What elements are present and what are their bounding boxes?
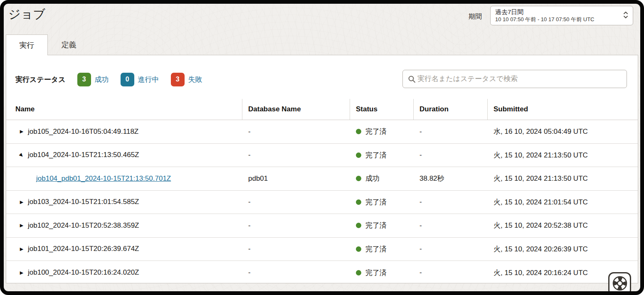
cell-status: 成功 — [350, 167, 414, 190]
app-window: ジョブ 期間 過去7日間 10 10 07:50 午前 - 10 17 07:5… — [0, 0, 644, 295]
tab-executions-label: 実行 — [20, 40, 35, 50]
status-filter-badges: 3成功0進行中3失敗 — [77, 73, 202, 86]
cell-duration: - — [414, 214, 488, 237]
cell-duration: - — [414, 261, 488, 285]
cell-duration: - — [414, 144, 488, 167]
status-filter-link[interactable]: 失敗 — [188, 75, 202, 84]
job-name: job102_2024-10-15T20:52:38.359Z — [28, 221, 139, 230]
cell-status: 完了済 — [350, 214, 414, 237]
column-header-database-name[interactable]: Database Name — [242, 99, 350, 120]
cell-duration: 38.82秒 — [414, 167, 488, 190]
cell-name: job104_pdb01_2024-10-15T21:13:50.701Z — [6, 167, 242, 190]
period-selected-value: 過去7日間 — [495, 8, 621, 16]
cell-name: ▶job104_2024-10-15T21:13:50.465Z — [6, 144, 242, 167]
job-name-link[interactable]: job104_pdb01_2024-10-15T21:13:50.701Z — [36, 175, 171, 183]
column-header-submitted[interactable]: Submitted — [488, 99, 638, 120]
search-icon — [408, 75, 416, 83]
tab-definitions[interactable]: 定義 — [48, 34, 90, 55]
column-header-duration[interactable]: Duration — [414, 99, 488, 120]
period-range: 10 10 07:50 午前 - 10 17 07:50 午前 UTC — [495, 16, 621, 23]
period-select[interactable]: 過去7日間 10 10 07:50 午前 - 10 17 07:50 午前 UT… — [490, 6, 633, 25]
period-label: 期間 — [469, 12, 482, 21]
row-collapse-icon[interactable]: ▶ — [17, 151, 25, 159]
cell-submitted: 火, 15 10, 2024 21:13:50 UTC — [488, 144, 638, 167]
job-name: job104_2024-10-15T21:13:50.465Z — [28, 151, 139, 159]
job-name: job105_2024-10-16T05:04:49.118Z — [28, 128, 138, 136]
status-filter-item: 3成功 — [77, 73, 109, 86]
column-header-name[interactable]: Name — [6, 99, 242, 120]
page-title: ジョブ — [8, 6, 45, 23]
cell-name: ▶job101_2024-10-15T20:26:39.674Z — [6, 238, 242, 261]
status-filter-item: 3失敗 — [171, 73, 202, 86]
status-filter-link[interactable]: 成功 — [95, 75, 109, 84]
cell-status: 完了済 — [350, 120, 414, 143]
cell-submitted: 火, 15 10, 2024 21:13:50 UTC — [488, 167, 638, 190]
cell-duration: - — [414, 191, 488, 214]
cell-submitted: 火, 15 10, 2024 20:26:39 UTC — [488, 238, 638, 261]
status-dot-icon — [356, 246, 361, 252]
status-text: 完了済 — [365, 244, 387, 254]
cell-duration: - — [414, 238, 488, 261]
status-filter-link[interactable]: 進行中 — [138, 75, 159, 84]
status-filter-item: 0進行中 — [121, 73, 159, 86]
cell-submitted: 火, 15 10, 2024 21:01:54 UTC — [488, 191, 638, 214]
cell-name: ▶job100_2024-10-15T20:16:24.020Z — [6, 261, 242, 285]
cell-database-name: - — [242, 238, 350, 261]
status-dot-icon — [356, 199, 361, 205]
status-text: 完了済 — [365, 197, 387, 207]
status-count-badge: 3 — [77, 73, 91, 86]
tab-executions[interactable]: 実行 — [6, 34, 48, 55]
cell-status: 完了済 — [350, 261, 414, 285]
search-box — [402, 70, 627, 88]
job-name: job100_2024-10-15T20:16:24.020Z — [28, 268, 139, 277]
table-row: ▶job104_2024-10-15T21:13:50.465Z-完了済-火, … — [6, 144, 638, 167]
status-text: 完了済 — [365, 268, 387, 278]
job-name: job103_2024-10-15T21:01:54.585Z — [28, 198, 139, 206]
search-input[interactable] — [416, 75, 627, 83]
tab-bar: 実行 定義 — [6, 34, 90, 55]
cell-database-name: - — [242, 120, 350, 143]
cell-name: ▶job105_2024-10-16T05:04:49.118Z — [6, 120, 242, 143]
job-name: job101_2024-10-15T20:26:39.674Z — [28, 245, 139, 253]
row-expand-icon[interactable]: ▶ — [19, 199, 25, 205]
status-dot-icon — [356, 152, 361, 158]
table-row: ▶job102_2024-10-15T20:52:38.359Z-完了済-火, … — [6, 214, 638, 238]
cell-status: 完了済 — [350, 238, 414, 261]
cell-name: ▶job102_2024-10-15T20:52:38.359Z — [6, 214, 242, 237]
tab-definitions-label: 定義 — [62, 40, 76, 50]
status-text: 成功 — [365, 174, 380, 183]
status-dot-icon — [356, 129, 361, 134]
row-expand-icon[interactable]: ▶ — [19, 246, 25, 252]
cell-database-name: - — [242, 144, 350, 167]
life-buoy-icon — [612, 275, 628, 291]
row-expand-icon[interactable]: ▶ — [19, 129, 25, 134]
cell-database-name: - — [242, 214, 350, 237]
cell-database-name: - — [242, 191, 350, 214]
status-text: 完了済 — [365, 221, 387, 230]
jobs-table: NameDatabase NameStatusDurationSubmitted… — [6, 99, 638, 285]
table-row: ▶job105_2024-10-16T05:04:49.118Z-完了済-水, … — [6, 120, 638, 144]
status-count-badge: 3 — [171, 73, 185, 86]
cell-name: ▶job103_2024-10-15T21:01:54.585Z — [6, 191, 242, 214]
status-dot-icon — [356, 176, 361, 181]
cell-status: 完了済 — [350, 144, 414, 167]
status-text: 完了済 — [365, 150, 387, 160]
cell-submitted: 火, 15 10, 2024 20:52:38 UTC — [488, 214, 638, 237]
column-header-status[interactable]: Status — [350, 99, 414, 120]
table-row: ▶job103_2024-10-15T21:01:54.585Z-完了済-火, … — [6, 191, 638, 214]
content-panel: 実行ステータス 3成功0進行中3失敗 NameDatabase NameStat… — [6, 55, 638, 283]
row-expand-icon[interactable]: ▶ — [19, 270, 25, 275]
row-expand-icon[interactable]: ▶ — [19, 223, 25, 228]
status-filter-row: 実行ステータス 3成功0進行中3失敗 — [15, 70, 202, 88]
table-body: ▶job105_2024-10-16T05:04:49.118Z-完了済-水, … — [6, 120, 638, 285]
status-dot-icon — [356, 223, 361, 228]
status-text: 完了済 — [365, 127, 387, 136]
status-count-badge: 0 — [121, 73, 134, 86]
status-filter-label: 実行ステータス — [15, 75, 66, 84]
cell-status: 完了済 — [350, 191, 414, 214]
cell-database-name: pdb01 — [242, 167, 350, 190]
help-button[interactable] — [608, 272, 631, 295]
table-row: ▶job100_2024-10-15T20:16:24.020Z-完了済-火, … — [6, 261, 638, 285]
table-header-row: NameDatabase NameStatusDurationSubmitted — [6, 99, 638, 120]
table-row: ▶job101_2024-10-15T20:26:39.674Z-完了済-火, … — [6, 238, 638, 261]
